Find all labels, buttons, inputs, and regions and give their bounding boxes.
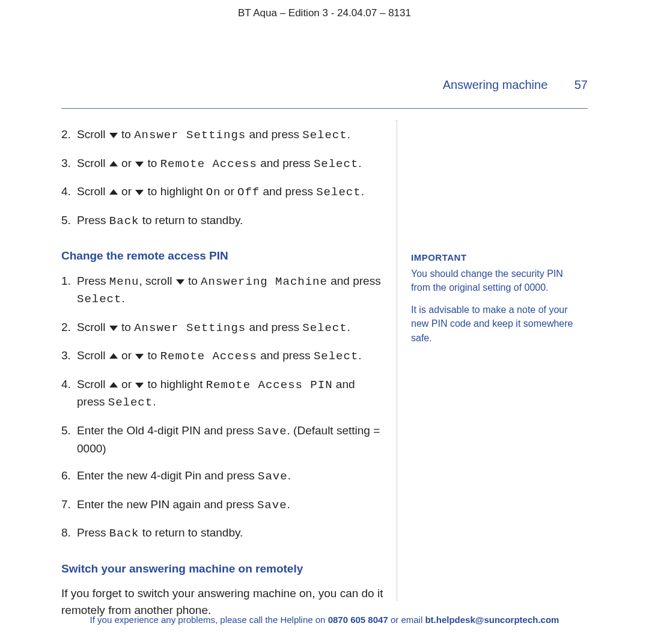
lcd-text: Off [237, 186, 260, 199]
lcd-text: Select [316, 186, 361, 199]
lcd-text: Remote Access PIN [206, 378, 333, 392]
arrow-down-icon [135, 380, 144, 390]
footer-pre: If you experience any problems, please c… [90, 615, 328, 625]
page-number: 57 [574, 78, 588, 92]
side-note-2: It is advisable to make a note of your n… [411, 303, 579, 345]
lcd-text: Save [257, 499, 287, 512]
lcd-text: Menu [109, 275, 139, 288]
instruction-step: 7.Enter the new PIN again and press Save… [61, 496, 386, 514]
footer-email: bt.helpdesk@suncorptech.com [425, 615, 559, 625]
heading-change-pin: Change the remote access PIN [61, 248, 386, 264]
lcd-text: Answer Settings [134, 321, 246, 335]
step-number: 5. [61, 212, 77, 230]
step-text: Scroll or to Remote Access and press Sel… [77, 347, 386, 365]
lcd-text: Select [108, 396, 153, 409]
intro-switch-remote: If you forget to switch your answering m… [61, 585, 386, 618]
lcd-text: Select [314, 350, 358, 363]
lcd-text: Select [77, 293, 121, 306]
step-text: Scroll or to highlight Remote Access PIN… [77, 376, 386, 412]
step-text: Enter the Old 4-digit PIN and press Save… [77, 422, 386, 457]
instruction-step: 2.Scroll to Answer Settings and press Se… [61, 126, 386, 144]
side-column: IMPORTANT You should change the security… [411, 251, 579, 353]
lcd-text: Save [258, 470, 288, 483]
svg-marker-4 [135, 190, 144, 195]
svg-marker-3 [109, 189, 118, 195]
footer-phone: 0870 605 8047 [328, 615, 388, 625]
instruction-step: 1.Press Menu, scroll to Answering Machin… [61, 273, 386, 308]
arrow-up-icon [109, 351, 118, 361]
step-text: Scroll to Answer Settings and press Sele… [77, 126, 386, 144]
doc-header: BT Aqua – Edition 3 - 24.04.07 – 8131 [0, 0, 649, 19]
step-text: Press Back to return to standby. [77, 524, 386, 542]
lcd-text: Save [257, 425, 287, 438]
section-title: Answering machine [443, 78, 548, 92]
instruction-step: 3.Scroll or to Remote Access and press S… [61, 155, 386, 173]
instruction-step: 5.Press Back to return to standby. [61, 212, 386, 230]
lcd-text: Answering Machine [201, 275, 328, 288]
step-text: Scroll or to Remote Access and press Sel… [77, 155, 386, 173]
arrow-down-icon [135, 159, 144, 169]
lcd-text: Remote Access [160, 350, 257, 363]
instruction-list-b: 1.Press Menu, scroll to Answering Machin… [61, 273, 386, 542]
step-number: 2. [61, 319, 77, 337]
arrow-down-icon [175, 277, 185, 287]
arrow-down-icon [135, 351, 144, 361]
step-number: 3. [61, 347, 77, 365]
step-number: 4. [61, 183, 77, 201]
instruction-step: 3.Scroll or to Remote Access and press S… [61, 347, 386, 365]
step-number: 3. [61, 155, 77, 173]
lcd-text: Answer Settings [134, 129, 246, 142]
important-label: IMPORTANT [411, 251, 579, 264]
svg-marker-8 [135, 354, 144, 359]
step-number: 2. [61, 126, 77, 144]
step-number: 8. [61, 524, 77, 542]
step-text: Scroll to Answer Settings and press Sele… [77, 319, 386, 337]
instruction-step: 8.Press Back to return to standby. [61, 524, 386, 542]
page-header: Answering machine 57 [443, 78, 588, 92]
header-rule [61, 108, 588, 109]
heading-switch-remote: Switch your answering machine on remotel… [61, 560, 386, 577]
step-number: 6. [61, 467, 77, 485]
svg-marker-9 [109, 382, 118, 387]
step-text: Press Back to return to standby. [77, 212, 386, 230]
column-divider [397, 120, 397, 601]
lcd-text: Back [109, 214, 139, 228]
arrow-up-icon [109, 187, 118, 197]
instruction-step: 6.Enter the new 4-digit Pin and press Sa… [61, 467, 386, 485]
page-footer: If you experience any problems, please c… [0, 615, 649, 625]
step-number: 1. [61, 273, 77, 308]
main-column: 2.Scroll to Answer Settings and press Se… [61, 126, 386, 629]
step-text: Scroll or to highlight On or Off and pre… [77, 183, 386, 201]
instruction-step: 4.Scroll or to highlight Remote Access P… [61, 376, 386, 412]
instruction-step: 4.Scroll or to highlight On or Off and p… [61, 183, 386, 201]
lcd-text: Select [314, 157, 358, 171]
step-text: Enter the new PIN again and press Save. [77, 496, 386, 514]
svg-marker-0 [109, 133, 118, 138]
step-text: Enter the new 4-digit Pin and press Save… [77, 467, 386, 485]
instruction-list-a: 2.Scroll to Answer Settings and press Se… [61, 126, 386, 229]
instruction-step: 5.Enter the Old 4-digit PIN and press Sa… [61, 422, 386, 457]
arrow-up-icon [109, 159, 118, 169]
arrow-down-icon [109, 323, 118, 333]
instruction-step: 2.Scroll to Answer Settings and press Se… [61, 319, 386, 337]
svg-marker-5 [176, 279, 184, 285]
footer-mid: or email [388, 615, 425, 625]
side-note-1: You should change the security PIN from … [411, 267, 579, 294]
arrow-up-icon [109, 380, 118, 390]
arrow-down-icon [109, 130, 118, 140]
svg-marker-7 [109, 353, 118, 359]
arrow-down-icon [135, 187, 144, 197]
lcd-text: Remote Access [160, 157, 257, 171]
step-number: 7. [61, 496, 77, 514]
step-number: 5. [61, 422, 77, 457]
lcd-text: Select [302, 321, 347, 335]
lcd-text: Back [109, 527, 139, 540]
step-number: 4. [61, 376, 77, 412]
lcd-text: On [206, 186, 221, 199]
svg-marker-6 [109, 326, 118, 331]
svg-marker-10 [135, 383, 144, 388]
lcd-text: Select [302, 129, 347, 142]
svg-marker-2 [135, 162, 144, 167]
step-text: Press Menu, scroll to Answering Machine … [77, 273, 386, 308]
svg-marker-1 [109, 161, 118, 166]
